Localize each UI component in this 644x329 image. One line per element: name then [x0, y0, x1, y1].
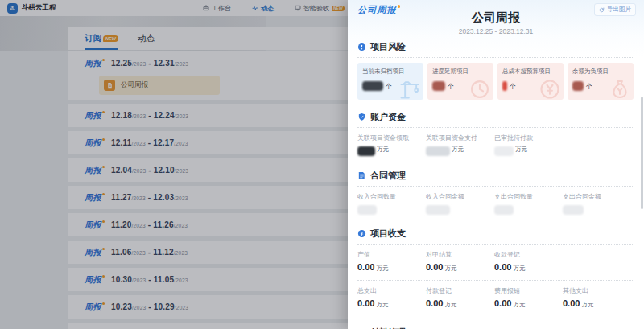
risk-card-unit: 个: [510, 82, 516, 91]
redacted-value: [563, 205, 584, 215]
risk-card: 进度延期项目个: [427, 63, 493, 100]
stat: 对甲结算0.00万元: [426, 250, 494, 273]
moneybag-icon: [609, 78, 631, 100]
section-project-risk: 项目风险 当前未归档项目个进度延期项目个总成本超预算项目个余额为负项目个: [357, 41, 634, 100]
section-project-balance: 项目收支 产值0.00万元对甲结算0.00万元收款登记0.00万元 总支出0.0…: [357, 228, 634, 309]
section-header: 项目收支: [357, 228, 634, 245]
stat-value: [494, 204, 563, 215]
stat-value: 万元: [357, 146, 426, 156]
stat: 关联项目资金支付万元: [426, 134, 494, 156]
stat: 费用报销0.00万元: [494, 286, 563, 309]
stat-unit: 万元: [581, 301, 593, 309]
risk-card-label: 总成本超预算项目: [502, 68, 559, 76]
stat-value: 0.00万元: [494, 262, 563, 273]
stat-value: [357, 204, 426, 215]
stat: 关联项目资金领取万元: [357, 134, 426, 156]
drawer-scrollbar[interactable]: [641, 97, 643, 209]
stat-number: 0.00: [494, 298, 511, 308]
contracts-stats: 收入合同数量收入合同金额支出合同数量支出合同金额: [357, 192, 634, 215]
risk-card: 当前未归档项目个: [357, 63, 423, 100]
export-image-button[interactable]: 导出图片: [594, 3, 636, 16]
stat-label: 收入合同金额: [426, 192, 494, 201]
export-icon: [599, 7, 605, 13]
section-title: 账户资金: [370, 111, 406, 123]
stat-number: 0.00: [357, 298, 374, 308]
stat-unit: 万元: [452, 146, 464, 154]
stat: 总支出0.00万元: [357, 286, 426, 309]
stat-value: [426, 204, 494, 215]
stat-label: 关联项目资金支付: [426, 134, 494, 142]
export-label: 导出图片: [607, 6, 631, 14]
risk-card-unit: 个: [586, 82, 592, 91]
balance-stats-income: 产值0.00万元对甲结算0.00万元收款登记0.00万元: [357, 250, 634, 273]
stat: 付款登记0.00万元: [426, 286, 494, 309]
stat-label: 收入合同数量: [357, 192, 426, 201]
redacted-value: [357, 205, 377, 215]
stat-unit: 万元: [377, 146, 389, 154]
stat-label: 其他支出: [563, 286, 631, 295]
stat-value: 0.00万元: [426, 262, 494, 273]
stat-label: 支出合同数量: [494, 192, 563, 201]
stat-value: 0.00万元: [563, 298, 631, 309]
stat-unit: 万元: [444, 301, 456, 309]
stat: 支出合同数量: [494, 192, 563, 215]
stat-value: 0.00万元: [494, 298, 563, 309]
stat-label: 支出合同金额: [563, 192, 631, 201]
stat-number: 0.00: [357, 262, 374, 272]
stat-label: 收款登记: [494, 250, 563, 259]
stat-unit: 万元: [376, 265, 388, 273]
risk-card-unit: 个: [448, 82, 454, 91]
risk-card-label: 余额为负项目: [572, 68, 629, 76]
stat-label: 对甲结算: [426, 250, 494, 259]
stat: 收入合同金额: [426, 192, 494, 215]
stat-unit: 万元: [513, 265, 525, 273]
redacted-value: [494, 146, 514, 156]
redacted-value: [426, 205, 450, 215]
report-date-range: 2023.12.25 - 2023.12.31: [357, 27, 634, 35]
stat-value: [563, 204, 631, 215]
stat-value: 万元: [426, 146, 494, 156]
section-header: 账户资金: [357, 111, 634, 128]
app-root: 斗栱云工程 工作台 动态 智能验收 NEW 订阅 NEW: [0, 0, 644, 329]
weekly-report-drawer: 公司周报 导出图片 公司周报 2023.12.25 - 2023.12.31 项…: [348, 0, 644, 329]
stat-label: 费用报销: [494, 286, 563, 295]
stat: 收款登记0.00万元: [494, 250, 563, 273]
stat: 收入合同数量: [357, 192, 426, 215]
stat-label: 产值: [357, 250, 426, 259]
report-stamp: 公司周报: [357, 4, 400, 16]
divider: [357, 280, 634, 281]
stat-label: 已审批待付款: [494, 134, 563, 142]
stat-value: 0.00万元: [357, 262, 426, 273]
stat: 支出合同金额: [563, 192, 631, 215]
alert-icon: [357, 43, 366, 51]
stat-unit: 万元: [515, 146, 527, 154]
stat-unit: 万元: [444, 265, 456, 273]
risk-card-label: 当前未归档项目: [362, 68, 419, 76]
stat: 产值0.00万元: [357, 250, 426, 273]
redacted-value: [426, 146, 450, 156]
stat-value: 0.00万元: [357, 298, 426, 309]
stat-number: 0.00: [426, 262, 443, 272]
stat-label: 付款登记: [426, 286, 494, 295]
section-title: 合同管理: [370, 170, 406, 182]
shield-icon: [357, 113, 366, 121]
yuan-icon: [539, 78, 561, 100]
section-title: 项目收支: [370, 228, 406, 240]
redacted-value: [572, 81, 584, 91]
redacted-value: [362, 81, 383, 91]
contract-icon: [357, 171, 366, 180]
redacted-value: [502, 81, 507, 91]
coin-icon: [357, 229, 366, 238]
risk-card-label: 进度延期项目: [432, 68, 489, 76]
stat-number: 0.00: [494, 262, 511, 272]
section-header: 项目风险: [357, 41, 634, 58]
section-header: 合同管理: [357, 170, 634, 187]
redacted-value: [357, 146, 375, 156]
risk-card: 总成本超预算项目个: [497, 63, 564, 100]
funds-stats: 关联项目资金领取万元关联项目资金支付万元已审批待付款万元: [357, 134, 634, 156]
stat: 已审批待付款万元: [494, 134, 563, 156]
section-account-funds: 账户资金 关联项目资金领取万元关联项目资金支付万元已审批待付款万元: [357, 111, 634, 156]
risk-card-unit: 个: [386, 82, 392, 91]
redacted-value: [494, 205, 514, 215]
stat-number: 0.00: [563, 298, 580, 308]
